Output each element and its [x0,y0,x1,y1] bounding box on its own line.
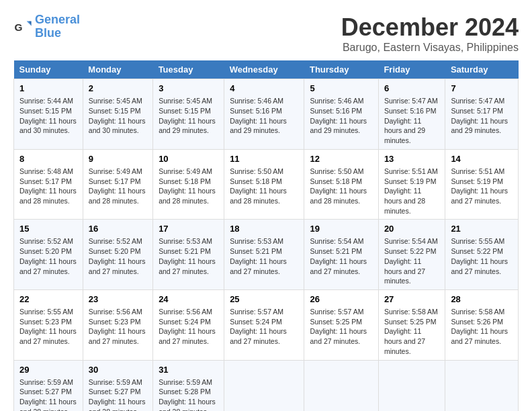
calendar-cell: 8Sunrise: 5:48 AMSunset: 5:17 PMDaylight… [14,149,83,220]
day-info: Sunrise: 5:58 AMSunset: 5:25 PMDaylight:… [384,307,440,356]
calendar-cell: 19Sunrise: 5:54 AMSunset: 5:21 PMDayligh… [304,220,378,290]
calendar-week-4: 22Sunrise: 5:55 AMSunset: 5:23 PMDayligh… [14,289,519,360]
calendar-cell: 15Sunrise: 5:52 AMSunset: 5:20 PMDayligh… [14,220,83,290]
calendar-week-1: 1Sunrise: 5:44 AMSunset: 5:15 PMDaylight… [14,79,519,150]
calendar-cell: 13Sunrise: 5:51 AMSunset: 5:19 PMDayligh… [378,149,445,220]
day-info: Sunrise: 5:46 AMSunset: 5:16 PMDaylight:… [230,96,298,136]
calendar-table: SundayMondayTuesdayWednesdayThursdayFrid… [13,60,519,411]
calendar-cell: 2Sunrise: 5:45 AMSunset: 5:15 PMDaylight… [83,79,152,150]
day-info: Sunrise: 5:52 AMSunset: 5:20 PMDaylight:… [19,236,77,276]
day-number: 27 [384,293,440,306]
day-info: Sunrise: 5:47 AMSunset: 5:16 PMDaylight:… [384,96,440,145]
day-number: 29 [19,364,77,376]
calendar-cell: 22Sunrise: 5:55 AMSunset: 5:23 PMDayligh… [14,289,83,360]
day-number: 23 [89,293,147,306]
calendar-cell: 14Sunrise: 5:51 AMSunset: 5:19 PMDayligh… [445,149,519,220]
header-tuesday: Tuesday [153,60,224,79]
calendar-cell: 18Sunrise: 5:53 AMSunset: 5:21 PMDayligh… [224,220,304,290]
day-info: Sunrise: 5:49 AMSunset: 5:18 PMDaylight:… [159,167,218,206]
calendar-week-5: 29Sunrise: 5:59 AMSunset: 5:27 PMDayligh… [14,360,519,411]
day-info: Sunrise: 5:52 AMSunset: 5:20 PMDaylight:… [89,236,147,276]
day-info: Sunrise: 5:51 AMSunset: 5:19 PMDaylight:… [384,167,440,216]
day-number: 1 [19,83,77,95]
day-number: 14 [451,153,513,165]
day-number: 30 [89,364,147,376]
calendar-week-3: 15Sunrise: 5:52 AMSunset: 5:20 PMDayligh… [14,220,519,290]
day-info: Sunrise: 5:50 AMSunset: 5:18 PMDaylight:… [310,167,372,206]
day-number: 10 [159,153,218,165]
day-number: 15 [19,223,77,235]
calendar-cell: 11Sunrise: 5:50 AMSunset: 5:18 PMDayligh… [224,149,304,220]
day-number: 4 [230,83,298,95]
day-info: Sunrise: 5:53 AMSunset: 5:21 PMDaylight:… [159,236,218,276]
day-number: 6 [384,83,440,95]
day-number: 20 [384,223,440,235]
day-info: Sunrise: 5:58 AMSunset: 5:26 PMDaylight:… [451,307,513,347]
calendar-cell: 31Sunrise: 5:59 AMSunset: 5:28 PMDayligh… [153,360,224,411]
logo-line2: Blue [35,26,61,40]
day-info: Sunrise: 5:49 AMSunset: 5:17 PMDaylight:… [89,167,147,206]
calendar-cell: 25Sunrise: 5:57 AMSunset: 5:24 PMDayligh… [224,289,304,360]
day-info: Sunrise: 5:56 AMSunset: 5:24 PMDaylight:… [159,307,218,347]
header-saturday: Saturday [445,60,519,79]
calendar-cell: 16Sunrise: 5:52 AMSunset: 5:20 PMDayligh… [83,220,152,290]
day-number: 26 [310,293,372,306]
header-wednesday: Wednesday [224,60,304,79]
day-number: 8 [19,153,77,165]
day-info: Sunrise: 5:44 AMSunset: 5:15 PMDaylight:… [19,96,77,136]
day-info: Sunrise: 5:55 AMSunset: 5:22 PMDaylight:… [451,236,513,276]
calendar-cell: 24Sunrise: 5:56 AMSunset: 5:24 PMDayligh… [153,289,224,360]
calendar-header-row: SundayMondayTuesdayWednesdayThursdayFrid… [14,60,519,79]
header: G General Blue December 2024 Barugo, Eas… [13,13,519,54]
calendar-cell: 1Sunrise: 5:44 AMSunset: 5:15 PMDaylight… [14,79,83,150]
calendar-cell [445,360,519,411]
day-number: 21 [451,223,513,235]
day-number: 17 [159,223,218,235]
day-number: 5 [310,83,372,95]
calendar-cell: 4Sunrise: 5:46 AMSunset: 5:16 PMDaylight… [224,79,304,150]
calendar-cell: 7Sunrise: 5:47 AMSunset: 5:17 PMDaylight… [445,79,519,150]
day-number: 16 [89,223,147,235]
day-info: Sunrise: 5:59 AMSunset: 5:27 PMDaylight:… [19,377,77,411]
calendar-cell: 30Sunrise: 5:59 AMSunset: 5:27 PMDayligh… [83,360,152,411]
calendar-cell: 23Sunrise: 5:56 AMSunset: 5:23 PMDayligh… [83,289,152,360]
day-info: Sunrise: 5:48 AMSunset: 5:17 PMDaylight:… [19,167,77,206]
day-info: Sunrise: 5:54 AMSunset: 5:21 PMDaylight:… [310,236,372,276]
day-number: 2 [89,83,147,95]
calendar-cell: 27Sunrise: 5:58 AMSunset: 5:25 PMDayligh… [378,289,445,360]
day-info: Sunrise: 5:45 AMSunset: 5:15 PMDaylight:… [159,96,218,136]
calendar-cell: 10Sunrise: 5:49 AMSunset: 5:18 PMDayligh… [153,149,224,220]
day-number: 22 [19,293,77,306]
day-number: 9 [89,153,147,165]
header-friday: Friday [378,60,445,79]
header-sunday: Sunday [14,60,83,79]
day-info: Sunrise: 5:55 AMSunset: 5:23 PMDaylight:… [19,307,77,347]
calendar-cell: 20Sunrise: 5:54 AMSunset: 5:22 PMDayligh… [378,220,445,290]
day-info: Sunrise: 5:53 AMSunset: 5:21 PMDaylight:… [230,236,298,276]
header-thursday: Thursday [304,60,378,79]
day-number: 24 [159,293,218,306]
day-info: Sunrise: 5:47 AMSunset: 5:17 PMDaylight:… [451,96,513,136]
day-number: 25 [230,293,298,306]
day-info: Sunrise: 5:50 AMSunset: 5:18 PMDaylight:… [230,167,298,206]
day-info: Sunrise: 5:51 AMSunset: 5:19 PMDaylight:… [451,167,513,206]
calendar-cell: 3Sunrise: 5:45 AMSunset: 5:15 PMDaylight… [153,79,224,150]
calendar-cell: 5Sunrise: 5:46 AMSunset: 5:16 PMDaylight… [304,79,378,150]
day-info: Sunrise: 5:59 AMSunset: 5:27 PMDaylight:… [89,377,147,411]
calendar-cell: 17Sunrise: 5:53 AMSunset: 5:21 PMDayligh… [153,220,224,290]
day-info: Sunrise: 5:59 AMSunset: 5:28 PMDaylight:… [159,377,218,411]
calendar-week-2: 8Sunrise: 5:48 AMSunset: 5:17 PMDaylight… [14,149,519,220]
svg-text:G: G [14,21,22,32]
calendar-cell [378,360,445,411]
day-number: 3 [159,83,218,95]
calendar-cell: 9Sunrise: 5:49 AMSunset: 5:17 PMDaylight… [83,149,152,220]
logo-icon: G [13,17,32,36]
subtitle: Barugo, Eastern Visayas, Philippines [341,42,519,54]
logo-text: General Blue [35,13,80,40]
calendar-cell: 29Sunrise: 5:59 AMSunset: 5:27 PMDayligh… [14,360,83,411]
day-number: 28 [451,293,513,306]
day-number: 7 [451,83,513,95]
calendar-cell: 28Sunrise: 5:58 AMSunset: 5:26 PMDayligh… [445,289,519,360]
day-number: 13 [384,153,440,165]
day-number: 11 [230,153,298,165]
